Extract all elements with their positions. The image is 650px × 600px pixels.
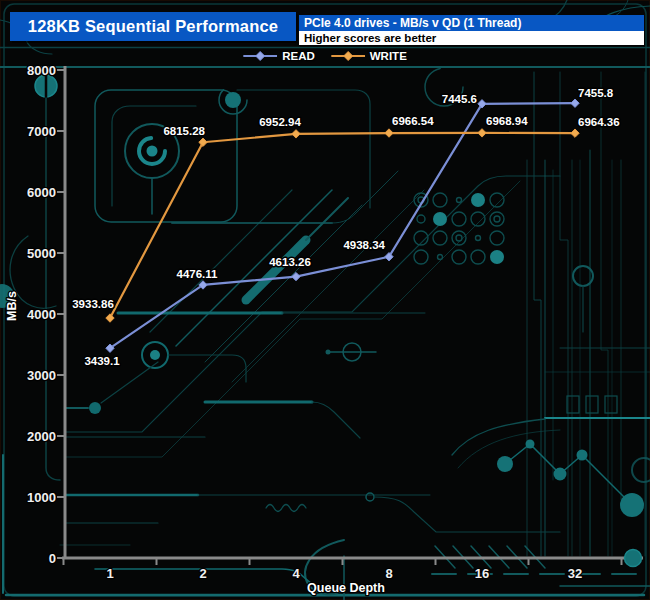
- y-axis-tick-label: 2000: [27, 429, 56, 444]
- read-series-marker-icon: [243, 51, 277, 61]
- read-data-point-marker: [571, 99, 579, 107]
- y-axis-tick-label: 5000: [27, 246, 56, 261]
- y-axis-title: MB/s: [5, 291, 19, 321]
- chart-note: Higher scores are better: [304, 32, 436, 44]
- read-data-label: 3439.1: [84, 355, 120, 367]
- write-data-label: 6964.36: [578, 116, 620, 128]
- legend-item-read: READ: [243, 50, 315, 62]
- legend-label-read: READ: [282, 50, 315, 62]
- read-data-label: 4613.26: [269, 256, 311, 268]
- x-axis-title: Queue Depth: [307, 581, 385, 595]
- x-axis-category-label: 16: [475, 566, 489, 581]
- x-axis-category-label: 8: [385, 566, 392, 581]
- y-axis-tick-label: 0: [49, 551, 56, 566]
- read-data-label: 7445.6: [442, 93, 477, 105]
- write-data-label: 3933.86: [72, 298, 114, 310]
- chart-subtitle-bar: PCIe 4.0 drives - MB/s v QD (1 Thread): [299, 15, 644, 31]
- y-axis-tick-label: 4000: [27, 307, 56, 322]
- y-axis-tick-label: 3000: [27, 368, 56, 383]
- read-data-label: 7455.8: [578, 87, 614, 99]
- legend-label-write: WRITE: [370, 50, 407, 62]
- legend-item-write: WRITE: [331, 50, 407, 62]
- write-data-point-marker: [292, 130, 300, 138]
- chart-legend: READ WRITE: [243, 50, 407, 62]
- write-data-label: 6815.28: [163, 125, 205, 137]
- axis-end-circuit-pad: [625, 550, 642, 567]
- performance-chart-window: 0100020003000400050006000700080001248163…: [0, 0, 650, 600]
- write-data-point-marker: [106, 314, 114, 322]
- write-data-point-marker: [478, 129, 486, 137]
- y-axis-tick-label: 7000: [27, 124, 56, 139]
- write-series-marker-icon: [331, 51, 365, 61]
- write-data-label: 6966.54: [392, 115, 434, 127]
- line-chart: 0100020003000400050006000700080001248163…: [0, 0, 650, 600]
- read-data-point-marker: [292, 272, 300, 280]
- x-axis-category-label: 32: [568, 566, 582, 581]
- chart-title: 128KB Sequential Performance: [28, 17, 278, 36]
- y-axis-tick-label: 8000: [27, 63, 56, 78]
- write-data-label: 6968.94: [486, 115, 528, 127]
- write-series-line: [110, 133, 575, 318]
- y-axis-tick-label: 6000: [27, 185, 56, 200]
- x-axis-category-label: 1: [106, 566, 113, 581]
- read-data-label: 4476.11: [177, 268, 219, 280]
- write-data-label: 6952.94: [259, 116, 301, 128]
- x-axis-category-label: 2: [199, 566, 206, 581]
- read-series-line: [110, 103, 575, 348]
- read-data-label: 4938.34: [343, 239, 385, 251]
- write-data-point-marker: [199, 138, 207, 146]
- x-axis-category-label: 4: [292, 566, 300, 581]
- write-data-point-marker: [385, 129, 393, 137]
- write-data-point-marker: [571, 129, 579, 137]
- y-axis-tick-label: 1000: [27, 490, 56, 505]
- chart-note-bar: Higher scores are better: [299, 31, 644, 45]
- chart-title-bar: 128KB Sequential Performance: [10, 12, 296, 41]
- chart-subtitle: PCIe 4.0 drives - MB/s v QD (1 Thread): [304, 16, 521, 30]
